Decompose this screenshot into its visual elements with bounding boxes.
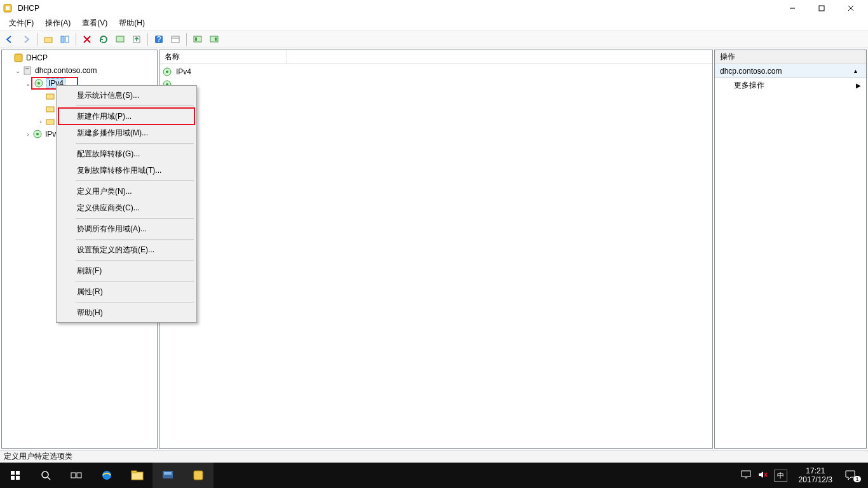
toolbar-showhide-button[interactable] xyxy=(58,32,72,46)
context-menu-item[interactable]: 复制故障转移作用域(T)... xyxy=(58,162,195,179)
svg-text:?: ? xyxy=(157,35,161,44)
tree-root-dhcp[interactable]: DHCP xyxy=(3,51,157,64)
svg-rect-23 xyxy=(25,68,29,69)
nav-back-button[interactable] xyxy=(3,32,17,46)
taskbar-server-manager[interactable] xyxy=(153,463,183,488)
tray-display-icon[interactable] xyxy=(741,470,751,481)
context-menu-item[interactable]: 协调所有作用域(A)... xyxy=(58,220,195,237)
folder-icon xyxy=(45,91,55,101)
context-menu-label: 协调所有作用域(A)... xyxy=(77,224,147,234)
toolbar-props-button[interactable] xyxy=(168,32,182,46)
expander-icon[interactable]: ⌄ xyxy=(13,67,22,74)
menu-help[interactable]: 帮助(H) xyxy=(114,17,150,30)
actions-scope-label: dhcp.contoso.com xyxy=(720,67,782,76)
context-menu-item[interactable]: 显示统计信息(S)... xyxy=(58,87,195,104)
context-menu-label: 复制故障转移作用域(T)... xyxy=(77,165,161,176)
minimize-button[interactable] xyxy=(778,0,807,17)
toolbar-sep xyxy=(147,33,148,46)
tree-label: dhcp.contoso.com xyxy=(35,66,97,75)
context-menu-label: 显示统计信息(S)... xyxy=(77,90,139,101)
svg-point-32 xyxy=(166,71,168,73)
context-menu-separator xyxy=(76,218,194,219)
context-menu: 显示统计信息(S)...新建作用域(P)...新建多播作用域(M)...配置故障… xyxy=(56,85,197,323)
context-menu-item[interactable]: 帮助(H) xyxy=(58,304,195,321)
taskbar-ie[interactable] xyxy=(92,463,122,488)
tray-volume-icon[interactable] xyxy=(757,470,768,481)
svg-rect-37 xyxy=(11,476,15,480)
search-button[interactable] xyxy=(31,463,61,488)
context-menu-separator xyxy=(76,281,194,281)
context-menu-separator xyxy=(76,180,194,181)
toolbar-screen-button[interactable] xyxy=(113,32,127,46)
context-menu-item[interactable]: 配置故障转移(G)... xyxy=(58,146,195,162)
expander-icon[interactable]: › xyxy=(36,118,45,125)
taskbar-explorer[interactable] xyxy=(122,463,153,488)
start-button[interactable] xyxy=(0,463,31,488)
context-menu-label: 帮助(H) xyxy=(77,308,103,318)
actions-more[interactable]: 更多操作 ▶ xyxy=(715,78,866,92)
svg-rect-8 xyxy=(65,36,69,43)
nav-forward-button[interactable] xyxy=(19,32,33,46)
toolbar-list1-button[interactable] xyxy=(191,32,205,46)
toolbar-help-button[interactable]: ? xyxy=(152,32,166,46)
action-center-button[interactable]: 1 xyxy=(840,463,868,488)
context-menu-label: 定义用户类(N)... xyxy=(77,186,132,197)
ipv6-icon xyxy=(32,129,43,139)
svg-rect-41 xyxy=(71,473,76,478)
actions-scope[interactable]: dhcp.contoso.com ▲ xyxy=(715,64,866,78)
server-icon xyxy=(22,65,32,76)
tree-server[interactable]: ⌄ dhcp.contoso.com xyxy=(3,64,157,77)
toolbar-export-button[interactable] xyxy=(130,32,144,46)
context-menu-separator xyxy=(76,239,194,240)
toolbar-sep xyxy=(186,33,187,46)
svg-rect-36 xyxy=(16,471,20,475)
expander-icon[interactable]: › xyxy=(24,131,32,138)
svg-rect-26 xyxy=(46,94,54,99)
context-menu-item[interactable]: 新建多播作用域(M)... xyxy=(58,125,195,141)
dhcp-root-icon xyxy=(13,53,24,63)
svg-rect-48 xyxy=(194,471,203,480)
toolbar-sep xyxy=(76,33,76,46)
context-menu-label: 定义供应商类(C)... xyxy=(77,203,140,214)
taskbar-clock[interactable]: 17:21 2017/12/3 xyxy=(794,466,837,485)
tree-label: DHCP xyxy=(26,53,48,62)
system-tray: 中 17:21 2017/12/3 xyxy=(738,466,840,485)
toolbar-list2-button[interactable] xyxy=(207,32,221,46)
submenu-arrow-icon: ▶ xyxy=(856,82,861,89)
list-item-label: IPv4 xyxy=(176,67,191,76)
taskbar-dhcp[interactable] xyxy=(183,463,214,488)
context-menu-item[interactable]: 定义供应商类(C)... xyxy=(58,200,195,216)
svg-point-30 xyxy=(36,133,39,135)
context-menu-item[interactable]: 设置预定义的选项(E)... xyxy=(58,241,195,258)
close-button[interactable] xyxy=(836,0,865,17)
list-item[interactable] xyxy=(159,78,712,91)
svg-rect-45 xyxy=(132,471,137,473)
context-menu-item[interactable]: 定义用户类(N)... xyxy=(58,183,195,200)
collapse-up-icon: ▲ xyxy=(853,68,861,74)
context-menu-label: 属性(R) xyxy=(77,287,103,297)
context-menu-item[interactable]: 属性(R) xyxy=(58,283,195,300)
toolbar-refresh-button[interactable] xyxy=(97,32,111,46)
window-title: DHCP xyxy=(17,4,39,13)
toolbar-up-button[interactable] xyxy=(41,32,55,46)
maximize-button[interactable] xyxy=(807,0,836,17)
ipv-icon xyxy=(162,67,172,77)
task-view-button[interactable] xyxy=(61,463,92,488)
ime-indicator[interactable]: 中 xyxy=(774,470,787,482)
list-item[interactable]: IPv4 xyxy=(159,65,712,78)
svg-rect-18 xyxy=(195,37,197,41)
context-menu-item[interactable]: 刷新(F) xyxy=(58,262,195,279)
context-menu-label: 新建作用域(P)... xyxy=(77,111,132,122)
menu-view[interactable]: 查看(V) xyxy=(77,17,112,30)
column-name[interactable]: 名称 xyxy=(159,50,287,64)
menu-file[interactable]: 文件(F) xyxy=(4,17,39,30)
context-menu-item[interactable]: 新建作用域(P)... xyxy=(58,107,195,125)
taskbar: 中 17:21 2017/12/3 1 xyxy=(0,463,868,488)
svg-rect-6 xyxy=(44,37,52,43)
ipv4-icon xyxy=(34,78,44,88)
menu-action[interactable]: 操作(A) xyxy=(40,17,76,30)
context-menu-label: 配置故障转移(G)... xyxy=(77,149,140,159)
list-panel: 名称 IPv4 xyxy=(159,50,713,449)
actions-header: 操作 xyxy=(715,50,866,64)
toolbar-delete-button[interactable] xyxy=(80,32,94,46)
